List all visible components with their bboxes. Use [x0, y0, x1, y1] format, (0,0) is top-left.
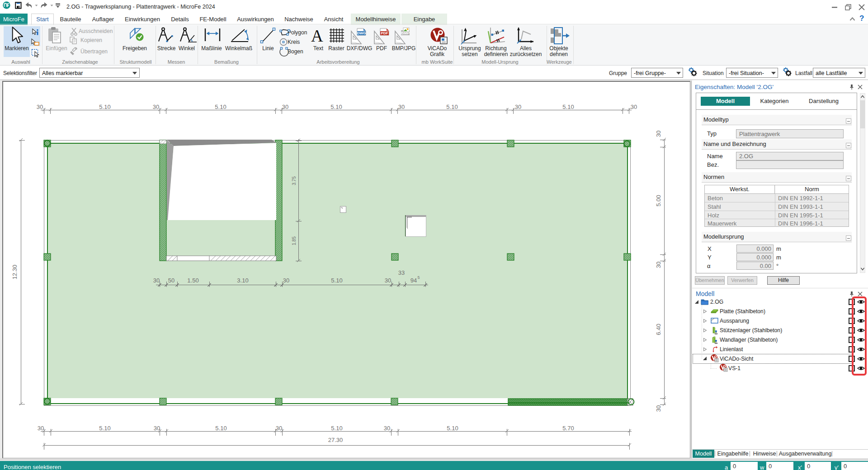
svg-text:94: 94 [410, 277, 417, 284]
svg-text:5.10: 5.10 [330, 103, 342, 110]
svg-text:1.85: 1.85 [292, 236, 297, 245]
svg-text:5.10: 5.10 [331, 425, 342, 432]
svg-text:5.10: 5.10 [215, 425, 226, 432]
svg-text:30: 30 [283, 277, 289, 284]
svg-text:30: 30 [631, 103, 637, 110]
svg-text:30: 30 [282, 103, 288, 110]
svg-text:30: 30 [37, 103, 43, 110]
svg-text:3.10: 3.10 [237, 277, 248, 284]
svg-text:6.40: 6.40 [655, 324, 662, 335]
svg-text:5.10: 5.10 [215, 103, 226, 110]
svg-text:5.10: 5.10 [331, 277, 342, 284]
svg-text:5.10: 5.10 [99, 425, 110, 432]
svg-text:30: 30 [515, 103, 521, 110]
svg-text:5.10: 5.10 [99, 103, 110, 110]
svg-text:33: 33 [398, 269, 405, 276]
svg-text:5: 5 [417, 275, 420, 280]
svg-text:5.00: 5.00 [655, 195, 662, 206]
svg-text:1.50: 1.50 [187, 277, 198, 284]
svg-text:5.10: 5.10 [446, 103, 458, 110]
svg-text:30: 30 [276, 425, 282, 432]
svg-text:PDF: PDF [381, 31, 388, 35]
svg-text:30: 30 [655, 262, 662, 268]
svg-text:30: 30 [655, 131, 662, 137]
svg-text:DWG: DWG [357, 31, 366, 35]
svg-text:5.10: 5.10 [447, 425, 458, 432]
svg-text:12.30: 12.30 [11, 265, 18, 280]
svg-text:30: 30 [655, 405, 662, 412]
svg-text:30: 30 [385, 277, 391, 284]
svg-text:5.70: 5.70 [562, 425, 574, 432]
svg-text:5.10: 5.10 [562, 103, 574, 110]
svg-text:30: 30 [384, 425, 390, 432]
svg-text:30: 30 [398, 103, 405, 110]
svg-text:50: 50 [168, 277, 175, 284]
svg-text:27.30: 27.30 [328, 437, 343, 443]
svg-text:30: 30 [153, 277, 160, 284]
svg-text:30: 30 [154, 425, 160, 432]
svg-text:30: 30 [38, 425, 44, 432]
svg-text:30: 30 [153, 103, 159, 110]
svg-text:3.75: 3.75 [292, 176, 297, 185]
